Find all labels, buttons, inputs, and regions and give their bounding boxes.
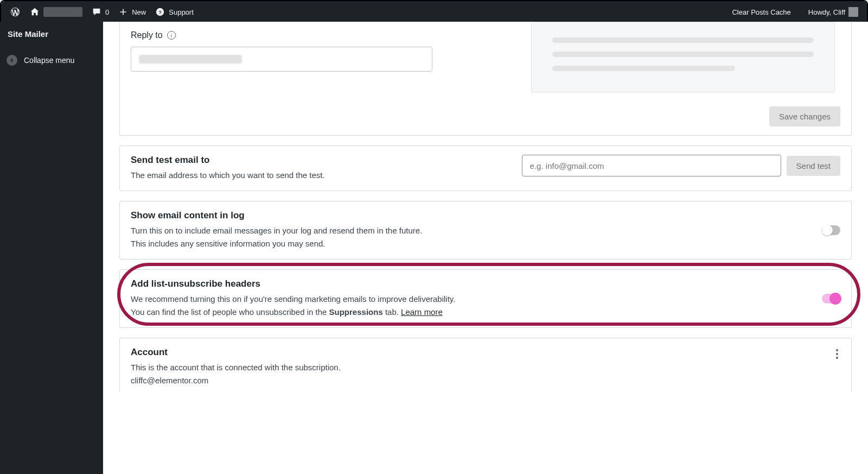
unsub-toggle[interactable] [822, 294, 840, 304]
reply-to-label: Reply to [131, 30, 163, 40]
collapse-label: Collapse menu [24, 56, 74, 65]
log-desc-2: This includes any sensitive information … [131, 237, 456, 250]
unsub-title: Add list-unsubscribe headers [131, 279, 456, 289]
my-account-link[interactable]: Howdy, Cliff [804, 7, 863, 17]
clear-posts-cache-link[interactable]: Clear Posts Cache [727, 8, 795, 16]
sidebar-item-site-mailer[interactable]: Site Mailer [0, 22, 103, 46]
account-card: Account This is the account that is conn… [119, 338, 852, 391]
sidebar-item-label: Site Mailer [8, 29, 48, 39]
comments-count: 0 [105, 8, 109, 16]
send-test-card: Send test email to The email address to … [119, 146, 852, 191]
collapse-menu-button[interactable]: Collapse menu [0, 50, 103, 70]
support-label: Support [169, 8, 194, 16]
wordpress-icon [10, 7, 21, 17]
account-desc: This is the account that is connected wi… [131, 361, 456, 374]
reply-to-value-blurred [139, 55, 242, 64]
learn-more-link[interactable]: Learn more [401, 307, 443, 317]
comment-icon [91, 7, 102, 17]
send-test-button[interactable]: Send test [787, 156, 840, 176]
show-email-log-card: Show email content in log Turn this on t… [119, 201, 852, 260]
save-changes-button[interactable]: Save changes [769, 106, 840, 127]
account-more-menu[interactable] [834, 347, 840, 361]
new-label: New [132, 8, 146, 16]
site-name-blurred [43, 7, 82, 17]
comments-link[interactable]: 0 [87, 7, 113, 17]
reply-to-card: Reply to i Save changes [119, 22, 852, 136]
new-content-link[interactable]: New [113, 7, 150, 17]
main-content: Reply to i Save changes Send test email … [103, 22, 868, 474]
test-email-input[interactable] [522, 155, 781, 176]
send-test-title: Send test email to [131, 155, 456, 166]
account-title: Account [131, 347, 456, 358]
howdy-label: Howdy, Cliff [808, 8, 845, 16]
clear-cache-label: Clear Posts Cache [732, 8, 790, 16]
support-link[interactable]: ? Support [150, 7, 198, 17]
collapse-icon [7, 55, 17, 66]
email-preview-box [531, 22, 835, 92]
log-desc-1: Turn this on to include email messages i… [131, 224, 456, 237]
plus-icon [118, 7, 129, 17]
site-name-link[interactable] [25, 7, 87, 17]
account-email: cliffc@elementor.com [131, 374, 456, 387]
wp-admin-bar: 0 New ? Support Clear Posts Cache Howdy,… [1, 1, 867, 23]
wp-logo[interactable] [5, 7, 25, 17]
home-icon [29, 7, 40, 17]
reply-to-input[interactable] [131, 47, 432, 72]
svg-text:?: ? [158, 9, 162, 15]
list-unsubscribe-card: Add list-unsubscribe headers We recommen… [119, 269, 852, 328]
log-title: Show email content in log [131, 210, 456, 221]
admin-sidebar: Site Mailer Collapse menu [0, 22, 103, 474]
send-test-desc: The email address to which you want to s… [131, 169, 456, 182]
info-icon[interactable]: i [167, 31, 176, 40]
log-toggle[interactable] [822, 225, 840, 235]
unsub-desc: We recommend turning this on if you're s… [131, 293, 456, 319]
avatar [848, 7, 858, 17]
help-icon: ? [155, 7, 165, 17]
